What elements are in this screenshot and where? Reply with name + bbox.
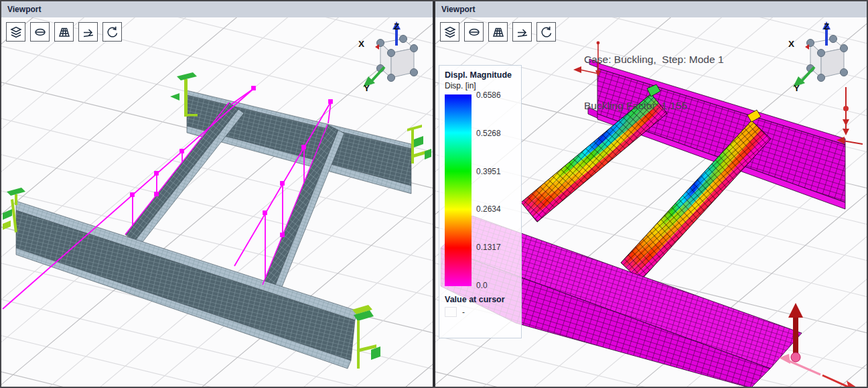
export-arrow-button[interactable]	[512, 22, 532, 42]
cursor-value-swatch	[445, 307, 457, 317]
layers-button[interactable]	[6, 22, 25, 42]
section-plane-icon	[33, 25, 47, 39]
cursor-value: -	[462, 308, 465, 317]
mesh-grid-button[interactable]	[54, 22, 74, 42]
mesh-grid-button[interactable]	[488, 22, 508, 42]
mesh-grid-icon	[492, 25, 505, 39]
legend-tick: 0.1317	[476, 243, 501, 252]
pane-title-left[interactable]: Viewport	[1, 1, 433, 17]
legend-panel: Displ. Magnitude Disp. [in] 0.6586 0.526…	[439, 65, 522, 338]
toolbar-right	[440, 22, 556, 42]
view-cube[interactable]	[793, 21, 848, 87]
legend-tick: 0.6586	[476, 90, 501, 100]
legend-cursor-label: Value at cursor	[445, 295, 516, 304]
section-plane-icon	[467, 25, 481, 39]
rotate-view-button[interactable]	[102, 22, 122, 42]
layers-button[interactable]	[440, 22, 459, 42]
buckling-factor-line: Buckling Factor: 1.155	[584, 98, 724, 113]
legend-tick: 0.5268	[476, 129, 501, 138]
legend-tick: 0.3951	[476, 167, 501, 176]
z-axis-label: Z	[824, 21, 829, 31]
legend-title: Displ. Magnitude	[445, 70, 516, 80]
rotate-view-icon	[106, 25, 119, 39]
x-axis-label: X	[358, 39, 364, 49]
toolbar-left	[6, 22, 122, 42]
viewport-pane-right: Viewport Case: Buckling, Step: Mode 1 Bu…	[435, 1, 867, 387]
legend-tick: 0.0	[476, 281, 501, 290]
x-axis-label: X	[788, 39, 794, 49]
layers-icon	[443, 25, 457, 39]
ground-grid	[1, 17, 433, 387]
rotate-view-button[interactable]	[536, 22, 556, 42]
viewport-pane-left: Viewport Z X Y	[1, 1, 433, 387]
section-plane-button[interactable]	[464, 22, 484, 42]
app-window: Viewport Z X Y	[0, 0, 868, 388]
y-axis-label: Y	[794, 83, 800, 93]
layers-icon	[9, 25, 23, 39]
export-arrow-button[interactable]	[78, 22, 98, 42]
section-plane-button[interactable]	[30, 22, 50, 42]
export-arrow-icon	[82, 25, 95, 39]
view-cube[interactable]	[363, 21, 418, 87]
case-step-line: Case: Buckling, Step: Mode 1	[584, 52, 724, 67]
legend-subtitle: Disp. [in]	[445, 81, 516, 90]
y-axis-label: Y	[364, 83, 370, 93]
pane-title-right[interactable]: Viewport	[435, 1, 867, 17]
mesh-grid-icon	[58, 25, 71, 39]
legend-colorbar	[445, 94, 472, 286]
viewport-canvas-left[interactable]	[1, 17, 433, 387]
support-front-right	[352, 305, 380, 369]
export-arrow-icon	[516, 25, 529, 39]
result-header: Case: Buckling, Step: Mode 1 Buckling Fa…	[584, 21, 724, 144]
legend-ticks: 0.6586 0.5268 0.3951 0.2634 0.1317 0.0	[476, 90, 501, 290]
rotate-view-icon	[540, 25, 553, 39]
z-axis-label: Z	[394, 21, 399, 31]
legend-tick: 0.2634	[476, 204, 501, 214]
